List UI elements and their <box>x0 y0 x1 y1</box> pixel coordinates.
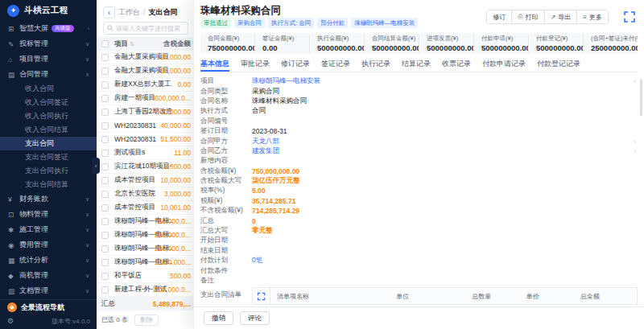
table-row[interactable]: WH2023083140,000.00 <box>97 119 193 133</box>
select-all-checkbox[interactable] <box>101 40 109 47</box>
导出-button[interactable]: ↗导出 <box>544 10 577 23</box>
chevron-right-icon[interactable]: › <box>634 147 636 155</box>
search-box[interactable] <box>103 22 188 35</box>
sidebar-item-统计分析[interactable]: ▦统计分析∨ <box>0 253 97 268</box>
sidebar-item-process-navigation[interactable]: ◆ 全景流程导航 <box>0 299 97 315</box>
project-amount: 10,000.00 <box>160 176 191 184</box>
sort-icon[interactable]: ⇅ <box>130 41 134 47</box>
project-amount: 500.00 <box>170 272 191 280</box>
sidebar-item-投标管理[interactable]: ✎投标管理∨ <box>0 36 97 51</box>
tab-结算记录[interactable]: 结算记录 <box>402 56 431 72</box>
row-checkbox[interactable] <box>101 109 109 116</box>
table-row[interactable]: 珠穆朗玛峰—电梯...500,000,0... <box>97 228 193 242</box>
project-name: 和平饭店 <box>114 271 142 281</box>
table-row[interactable]: 金融大厦采购项目20,000.00 <box>97 51 193 64</box>
sidebar-item-商机管理[interactable]: ◆商机管理∨ <box>0 268 97 283</box>
sidebar-item-资金账户管理[interactable]: ☰资金账户管理∨ <box>0 298 97 299</box>
row-checkbox[interactable] <box>101 191 109 198</box>
sidebar-item-支出合同签证[interactable]: 支出合同签证 <box>0 150 97 164</box>
search-input[interactable] <box>116 25 184 32</box>
row-checkbox[interactable] <box>101 204 109 212</box>
row-checkbox[interactable] <box>101 163 109 171</box>
table-row[interactable]: 上海丁香园2期改造...10,000.00 <box>97 105 193 119</box>
修订-button[interactable]: 修订 <box>487 10 511 23</box>
table-row[interactable]: 北京长安医院3,000.00 <box>97 187 193 201</box>
stat-label: 付款登记(¥) <box>536 35 583 43</box>
更多-button[interactable]: ≡更多 <box>576 10 608 23</box>
scrollbar-thumb[interactable] <box>640 79 642 116</box>
sidebar-item-合同管理[interactable]: ▤合同管理∧ <box>0 67 97 82</box>
table-row[interactable]: 测试项目s11.00 <box>97 146 193 160</box>
table-row[interactable]: 珠穆朗玛峰—电梯...750,000,0... <box>97 215 193 228</box>
field-value[interactable]: 建发集团 <box>252 146 279 156</box>
sidebar-footer: ⚙ 版本号:v4.0.0 <box>0 315 97 329</box>
sidebar-item-项目管理[interactable]: ⌂项目管理∨ <box>0 51 97 67</box>
row-checkbox[interactable] <box>101 232 109 239</box>
row-checkbox[interactable] <box>101 273 109 280</box>
table-row[interactable]: 新建工程-外-测试300,000.0... <box>97 283 193 297</box>
table-row[interactable]: 滨江花城10期项目-...2,000.00 <box>97 160 193 174</box>
sidebar-item-收入合同[interactable]: 收入合同 <box>0 82 97 96</box>
row-checkbox[interactable] <box>101 95 109 102</box>
contract-tag: 执行方式: 合同 <box>268 18 314 28</box>
gear-icon[interactable]: ⚙ <box>7 317 14 325</box>
row-checkbox[interactable] <box>101 259 109 266</box>
table-row[interactable]: 金融大厦采购项目50,000.00 <box>97 64 193 78</box>
chevron-right-icon[interactable]: › <box>634 77 636 85</box>
sidebar-item-支出合同结算[interactable]: 支出合同结算 <box>0 178 97 191</box>
sidebar-item-支出合同执行[interactable]: 支出合同执行 <box>0 164 97 178</box>
row-checkbox[interactable] <box>101 81 109 88</box>
撤销-button[interactable]: 撤销 <box>204 311 233 325</box>
table-row[interactable]: 珠穆朗玛峰—电梯...1,500,000... <box>97 256 193 269</box>
sidebar-item-财务账款[interactable]: ¥财务账款∨ <box>0 191 97 207</box>
table-row[interactable]: 和平饭店500.00 <box>97 269 193 283</box>
row-checkbox[interactable] <box>101 122 109 130</box>
delete-button[interactable]: 删除 <box>134 315 159 326</box>
field-value[interactable]: 珠穆朗玛峰—电梯安装 <box>252 76 320 86</box>
tab-执行记录[interactable]: 执行记录 <box>361 56 390 72</box>
fullscreen-icon[interactable] <box>257 292 266 301</box>
breadcrumb-root[interactable]: 工作台 <box>118 7 140 18</box>
table-row[interactable]: 新建XX总部大厦工...0.00 <box>97 78 193 92</box>
tab-签证记录[interactable]: 签证记录 <box>321 56 350 72</box>
row-checkbox[interactable] <box>101 150 109 157</box>
评论-button[interactable]: 评论 <box>240 311 270 325</box>
field-value[interactable]: 天龙八部 <box>252 137 279 146</box>
sidebar-item-智慧大屏[interactable]: ⊞智慧大屏高级版› <box>0 21 97 36</box>
row-checkbox[interactable] <box>101 286 109 294</box>
sidebar-item-收入合同结算[interactable]: 收入合同结算 <box>0 123 97 137</box>
table-row[interactable]: 房建一期项目600,000.0... <box>97 92 193 105</box>
fullscreen-icon[interactable] <box>623 10 636 23</box>
back-button[interactable]: ‹ <box>103 6 115 19</box>
table-row[interactable]: 珠穆朗玛峰—电梯...200,000,0... <box>97 242 193 256</box>
sidebar-item-收入合同签证[interactable]: 收入合同签证 <box>0 96 97 109</box>
row-checkbox[interactable] <box>101 136 109 143</box>
project-name: 成本管控项目 <box>114 203 155 212</box>
tab-收票记录[interactable]: 收票记录 <box>442 56 471 72</box>
tab-审批记录[interactable]: 审批记录 <box>241 56 270 72</box>
form-row: 税率(%)5.00 <box>200 186 638 195</box>
tab-付款申请记录[interactable]: 付款申请记录 <box>482 56 526 72</box>
table-row[interactable]: 成本管控项目10,000.00 <box>97 174 193 187</box>
sidebar-collapse-handle[interactable]: ‹ <box>92 158 100 174</box>
sidebar-item-收入合同执行[interactable]: 收入合同执行 <box>0 109 97 123</box>
tab-付款登记记录[interactable]: 付款登记记录 <box>537 56 580 72</box>
打印-button[interactable]: ⎙打印 <box>511 10 543 23</box>
sidebar-item-施工管理[interactable]: ✱施工管理∨ <box>0 222 97 237</box>
row-checkbox[interactable] <box>101 68 109 75</box>
sidebar-item-支出合同[interactable]: 支出合同 <box>0 137 97 150</box>
row-checkbox[interactable] <box>101 54 109 61</box>
row-checkbox[interactable] <box>101 177 109 184</box>
row-checkbox[interactable] <box>101 218 109 225</box>
breadcrumb-separator: / <box>143 8 146 16</box>
chevron-right-icon[interactable]: › <box>634 138 636 146</box>
table-row[interactable]: 成本管控项目10,001.00 <box>97 201 193 215</box>
sidebar-item-费用管理[interactable]: ◉费用管理∨ <box>0 237 97 253</box>
table-row[interactable]: WH2023083151,500.00 <box>97 133 193 146</box>
field-value[interactable]: 0笔 <box>252 256 262 265</box>
tab-基本信息[interactable]: 基本信息 <box>200 56 229 72</box>
row-checkbox[interactable] <box>101 245 109 253</box>
sidebar-item-物料管理[interactable]: ⊡物料管理∨ <box>0 207 97 222</box>
tab-修订记录[interactable]: 修订记录 <box>281 56 310 72</box>
sidebar-item-文档管理[interactable]: ▥文档管理∨ <box>0 283 97 298</box>
